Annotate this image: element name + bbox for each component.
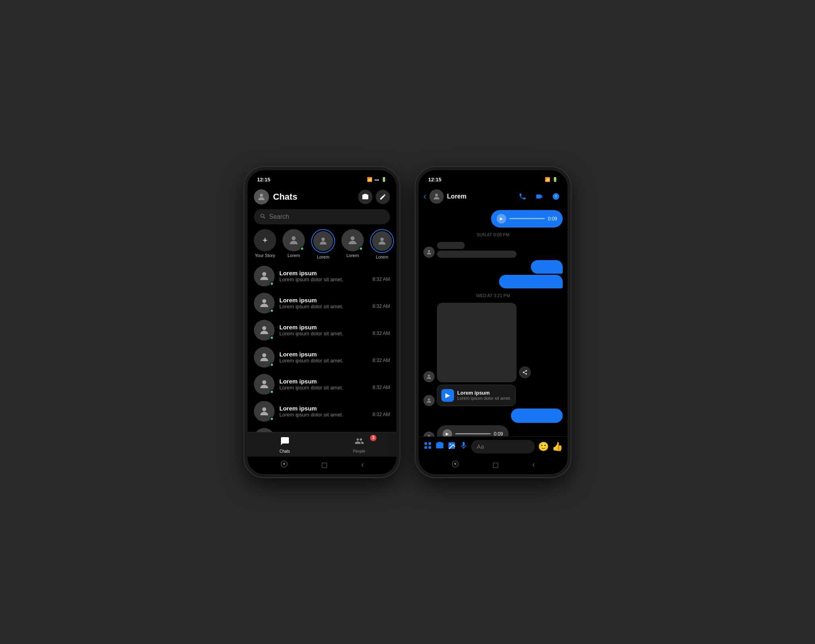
svg-point-4 bbox=[380, 237, 384, 241]
chats-header: Chats bbox=[248, 186, 396, 208]
info-button[interactable] bbox=[549, 190, 563, 203]
svg-point-10 bbox=[262, 407, 266, 411]
msg-voice-sent-top: ▶ 0:09 bbox=[423, 210, 563, 228]
people-badge: 3 bbox=[370, 435, 376, 441]
story-item-3[interactable]: Lorem bbox=[341, 229, 364, 259]
message-input-wrap[interactable] bbox=[471, 440, 535, 453]
chat-item-6[interactable]: Lorem ipsum Lorem ipsum dolor sit amet. … bbox=[248, 425, 396, 432]
play-button-received[interactable]: ▶ bbox=[443, 429, 452, 436]
back-button-nav-right[interactable]: ‹ bbox=[532, 460, 535, 469]
link-subtitle: Lorem ipsum dolor sit amet. bbox=[457, 396, 511, 401]
story-item-1[interactable]: Lorem bbox=[283, 229, 305, 259]
chat-item-5[interactable]: Lorem ipsum Lorem ipsum dolor sit amet. … bbox=[248, 398, 396, 425]
left-phone: 12:15 📶 ▪▪▪ 🔋 Chats bbox=[244, 167, 400, 477]
sent-bubble-short bbox=[531, 260, 563, 274]
msg-avatar-link bbox=[423, 395, 435, 406]
msg-image-received bbox=[423, 303, 563, 382]
image-bubble-wrap bbox=[437, 303, 517, 382]
chat-preview-5: Lorem ipsum dolor sit amet. bbox=[279, 412, 371, 418]
msg-avatar-voice-received bbox=[423, 432, 435, 436]
battery-icon-right: 🔋 bbox=[552, 177, 558, 182]
home-button[interactable]: ◻ bbox=[321, 460, 328, 469]
sent-single-bubble bbox=[511, 409, 563, 423]
chat-item-4[interactable]: Lorem ipsum Lorem ipsum dolor sit amet. … bbox=[248, 371, 396, 398]
chat-item-0[interactable]: Lorem ipsum Lorem ipsum dolor sit amet. … bbox=[248, 263, 396, 290]
contact-name[interactable]: Lorem bbox=[447, 193, 513, 200]
home-button-right[interactable]: ◻ bbox=[492, 460, 499, 469]
video-button[interactable] bbox=[532, 190, 546, 203]
story-item-2[interactable]: Lorem bbox=[311, 229, 335, 259]
chat-item-3[interactable]: Lorem ipsum Lorem ipsum dolor sit amet. … bbox=[248, 344, 396, 371]
camera-button[interactable] bbox=[358, 190, 372, 204]
tab-people-label: People bbox=[353, 449, 365, 453]
tab-bar: Chats 3 People bbox=[248, 432, 396, 457]
chat-detail-header: ‹ Lorem bbox=[419, 186, 567, 207]
link-text-wrap: Lorem ipsum Lorem ipsum dolor sit amet. bbox=[457, 390, 511, 401]
chat-preview-1: Lorem ipsum dolor sit amet. bbox=[279, 304, 371, 309]
stories-row: + Your Story Lorem Lorem bbox=[248, 228, 396, 263]
image-input-icon[interactable] bbox=[447, 441, 456, 452]
back-button[interactable]: ‹ bbox=[423, 191, 426, 202]
chat-online-dot-4 bbox=[270, 390, 274, 394]
chat-preview-4: Lorem ipsum dolor sit amet. bbox=[279, 385, 371, 391]
chat-info-0: Lorem ipsum Lorem ipsum dolor sit amet. … bbox=[279, 270, 390, 282]
voice-message-received[interactable]: ▶ 0:09 bbox=[437, 425, 509, 436]
recent-apps-button-right[interactable]: ⦿ bbox=[451, 460, 459, 469]
mic-icon[interactable] bbox=[459, 441, 468, 452]
notch-right bbox=[469, 170, 517, 181]
chat-item-2[interactable]: Lorem ipsum Lorem ipsum dolor sit amet. … bbox=[248, 317, 396, 344]
right-phone: 12:15 📶 🔋 ‹ Lorem bbox=[415, 167, 571, 477]
day-label-sun: SUN AT 9:08 PM bbox=[423, 232, 563, 237]
svg-point-1 bbox=[292, 236, 296, 240]
voice-message-sent-top[interactable]: ▶ 0:09 bbox=[491, 210, 563, 228]
apps-icon[interactable] bbox=[423, 441, 432, 452]
chat-time-0: 8:32 AM bbox=[372, 276, 390, 282]
chat-online-dot-5 bbox=[270, 417, 274, 421]
svg-point-2 bbox=[322, 237, 325, 241]
wifi-icon-right: 📶 bbox=[545, 177, 550, 182]
search-bar[interactable] bbox=[254, 209, 390, 224]
story-label-3: Lorem bbox=[346, 253, 359, 258]
chat-avatar-wrap-5 bbox=[254, 401, 275, 422]
edit-button[interactable] bbox=[376, 190, 390, 204]
tab-chats[interactable]: Chats bbox=[248, 432, 322, 457]
image-bubble[interactable] bbox=[437, 303, 517, 382]
day-label-wed: WED AT 3:21 PM bbox=[423, 293, 563, 298]
chat-name-4: Lorem ipsum bbox=[279, 378, 390, 385]
chat-online-dot-2 bbox=[270, 336, 274, 340]
chat-online-dot-1 bbox=[270, 309, 274, 313]
voice-duration-sent-top: 0:09 bbox=[548, 216, 557, 222]
voice-waveform-received bbox=[455, 433, 491, 434]
play-button-sent-top[interactable]: ▶ bbox=[497, 214, 506, 224]
chat-preview-row-0: Lorem ipsum dolor sit amet. 8:32 AM bbox=[279, 276, 390, 282]
back-button-nav[interactable]: ‹ bbox=[361, 460, 364, 469]
thumbs-up-icon[interactable]: 👍 bbox=[552, 442, 563, 452]
svg-rect-19 bbox=[429, 442, 431, 445]
emoji-icon[interactable]: 🙂 bbox=[538, 442, 549, 452]
chat-name-0: Lorem ipsum bbox=[279, 270, 390, 276]
story-item-4[interactable]: Lorem bbox=[370, 229, 394, 259]
status-time-right: 12:15 bbox=[428, 177, 441, 183]
svg-point-23 bbox=[450, 444, 451, 445]
your-story[interactable]: + Your Story bbox=[254, 229, 276, 259]
share-button[interactable] bbox=[519, 366, 531, 378]
camera-input-icon[interactable] bbox=[435, 441, 444, 452]
link-title: Lorem ipsum bbox=[457, 390, 511, 396]
phone-button[interactable] bbox=[516, 190, 529, 203]
chat-online-dot-3 bbox=[270, 363, 274, 367]
status-icons-right: 📶 🔋 bbox=[545, 177, 558, 182]
recent-apps-button[interactable]: ⦿ bbox=[280, 460, 288, 469]
chat-avatar-wrap-3 bbox=[254, 347, 275, 368]
voice-duration-received: 0:09 bbox=[494, 431, 503, 436]
msg-sent-stack bbox=[423, 260, 563, 288]
chat-item-1[interactable]: Lorem ipsum Lorem ipsum dolor sit amet. … bbox=[248, 290, 396, 317]
sent-bubbles-stack bbox=[499, 260, 563, 288]
search-input[interactable] bbox=[269, 213, 384, 220]
tab-people[interactable]: 3 People bbox=[322, 432, 396, 457]
message-input[interactable] bbox=[477, 443, 529, 450]
people-tab-icon bbox=[355, 436, 364, 448]
user-avatar-header[interactable] bbox=[254, 189, 269, 204]
link-preview-card[interactable]: ▶ Lorem ipsum Lorem ipsum dolor sit amet… bbox=[437, 385, 516, 406]
add-story-button[interactable]: + bbox=[254, 229, 276, 251]
tab-chats-label: Chats bbox=[279, 449, 290, 453]
